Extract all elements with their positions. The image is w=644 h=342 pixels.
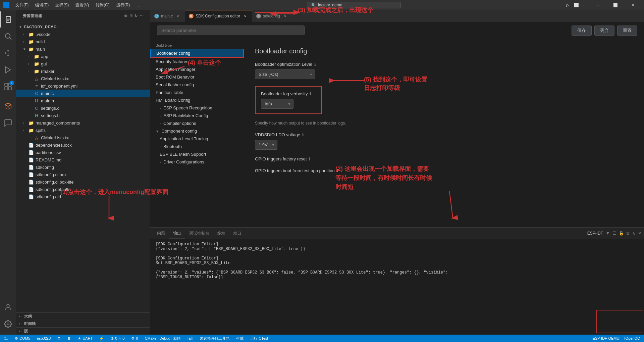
tree-item-deps[interactable]: 📄 dependencies.lock xyxy=(16,141,150,149)
panel-dropdown-icon[interactable]: ▼ xyxy=(606,231,610,236)
activity-explorer[interactable] xyxy=(0,11,16,28)
panel-list-icon[interactable]: ☰ xyxy=(612,231,616,236)
reset-button[interactable]: 重置 xyxy=(617,26,637,36)
title-search-bar[interactable]: 🔍 factory_demo xyxy=(307,2,401,8)
tab-problems[interactable]: 问题 xyxy=(153,228,169,239)
repos-panel[interactable]: › 版 xyxy=(16,327,150,335)
status-all[interactable]: [all] xyxy=(186,336,195,340)
log-select[interactable]: No output Error Warning Info Debug Verbo… xyxy=(261,99,293,109)
nav-esp-speech[interactable]: › ESP Speech Recognition xyxy=(150,104,244,112)
nav-hmi-board[interactable]: HMI Board Config xyxy=(150,96,244,104)
nav-esp-rainmaker[interactable]: › ESP RainMaker Config xyxy=(150,112,244,119)
tree-item-mainh[interactable]: H main.h xyxy=(16,97,150,104)
tree-item-cmakelists-main[interactable]: △ CMakeLists.txt xyxy=(16,75,150,82)
tree-item-vscode[interactable]: › 📁 .vscode xyxy=(16,31,150,38)
sidebar-new-folder-icon[interactable]: ⊞ xyxy=(129,14,133,18)
tab-output[interactable]: 输出 xyxy=(169,228,185,239)
tab-mainc[interactable]: C main.c ✕ xyxy=(150,10,185,22)
activity-extensions[interactable]: 1 xyxy=(0,79,16,95)
toolbar-icon-3[interactable]: ⋯ xyxy=(582,2,588,8)
save-button[interactable]: 保存 xyxy=(572,26,592,36)
toolbar-icon-1[interactable]: ▷ xyxy=(564,2,571,8)
sidebar-refresh-icon[interactable]: ↻ xyxy=(135,14,138,18)
nav-serial-flasher[interactable]: Serial flasher config xyxy=(150,81,244,89)
tree-item-sdkconfig-defaults[interactable]: 📄 sdkconfig.defaults xyxy=(16,186,150,193)
tab-debug-console[interactable]: 调试控制台 xyxy=(185,228,213,239)
panel-close-icon[interactable]: ✕ xyxy=(638,231,641,236)
discard-button[interactable]: 丢弃 xyxy=(594,26,614,36)
menu-more[interactable]: ... xyxy=(133,0,143,10)
tab-ports[interactable]: 端口 xyxy=(229,228,246,239)
tree-item-app[interactable]: › 📁 app xyxy=(16,53,150,60)
tree-item-partitions[interactable]: 📄 partitions.csv xyxy=(16,149,150,156)
activity-account[interactable] xyxy=(0,299,16,315)
tree-item-spiffs[interactable]: › 📁 spiffs xyxy=(16,127,150,134)
tab-terminal[interactable]: 终端 xyxy=(213,228,229,239)
status-no-toolkit[interactable]: 未选择任何工具包 xyxy=(199,336,231,341)
status-esp-idf-qemu[interactable]: [ESP-IDF-QEMU] xyxy=(590,336,622,340)
nav-bootloader-config[interactable]: Bootloader config xyxy=(150,49,244,58)
tab-close-icon[interactable]: ✕ xyxy=(242,13,248,19)
nav-bluetooth[interactable]: › Bluetooth xyxy=(150,143,244,150)
outline-panel[interactable]: › 大纲 xyxy=(16,312,150,320)
status-trash-icon[interactable]: 🗑 xyxy=(66,336,72,340)
nav-partition-table[interactable]: Partition Table xyxy=(150,89,244,96)
tab-close-icon[interactable]: ✕ xyxy=(282,13,288,19)
tree-item-sdkconfig[interactable]: 📄 sdkconfig xyxy=(16,163,150,171)
tree-root[interactable]: ▼ FACTORY_DEMO xyxy=(16,23,150,31)
tab-sdkconfig[interactable]: ≡ sdkconfig ✕ xyxy=(252,10,292,22)
nav-security-features[interactable]: Security features xyxy=(150,58,244,65)
tree-item-readme[interactable]: 📄 README.md xyxy=(16,156,150,163)
log-info-icon[interactable]: ℹ xyxy=(310,92,311,96)
activity-debug[interactable] xyxy=(0,62,16,78)
status-esp32s3[interactable]: esp32s3 xyxy=(36,336,52,340)
status-cmake[interactable]: CMake: [Debug]: 就绪 xyxy=(144,336,182,341)
minimize-button[interactable]: ─ xyxy=(590,0,606,10)
maximize-button[interactable]: ⬜ xyxy=(608,0,623,10)
menu-goto[interactable]: 转到(G) xyxy=(92,0,113,10)
nav-app-level-tracing[interactable]: Application Level Tracing xyxy=(150,135,244,143)
status-errors[interactable]: ⊗ 0 △ 0 xyxy=(109,336,126,341)
status-git-icon[interactable] xyxy=(3,336,9,340)
tree-item-rmaker[interactable]: › 📁 rmaker xyxy=(16,67,150,75)
activity-search[interactable] xyxy=(0,28,16,44)
opt-select[interactable]: Size (-Os) Debug (-Og) Performance (-O2)… xyxy=(255,69,315,79)
menu-file[interactable]: 文件(F) xyxy=(12,0,32,10)
activity-chat[interactable] xyxy=(0,115,16,131)
nav-compiler-options[interactable]: › Compiler options xyxy=(150,119,244,127)
gpio-boot-info-icon[interactable]: ℹ xyxy=(337,168,338,173)
tree-item-gui[interactable]: › 📁 gui xyxy=(16,60,150,67)
status-ctest[interactable]: 运行 CTest xyxy=(249,336,269,341)
status-com5[interactable]: ⚙ COM5 xyxy=(13,336,32,341)
activity-settings[interactable] xyxy=(0,316,16,332)
status-generate[interactable]: 生成 xyxy=(235,336,245,341)
tree-item-sdkconfig-old[interactable]: 📄 sdkconfig.old xyxy=(16,193,150,200)
panel-lock-icon[interactable]: 🔓 xyxy=(619,231,624,236)
tree-item-idf[interactable]: ≡ idf_component.yml xyxy=(16,82,150,90)
nav-esp-ble-mesh[interactable]: ESP BLE Mesh Support xyxy=(150,150,244,158)
vdd-dropdown[interactable]: 1.9V 1.8V ▼ xyxy=(255,140,277,150)
status-info-count[interactable]: ⚙ 0 xyxy=(130,336,139,341)
tree-item-mainc[interactable]: C main.c xyxy=(16,90,150,97)
nav-boot-rom[interactable]: Boot ROM Behavior xyxy=(150,73,244,81)
panel-minimize-icon[interactable]: ∧ xyxy=(632,231,635,236)
activity-git[interactable] xyxy=(0,45,16,61)
panel-copy-icon[interactable]: ⧉ xyxy=(627,231,630,236)
nav-application-manager[interactable]: Application manager xyxy=(150,65,244,73)
tree-item-settingsc[interactable]: C settings.c xyxy=(16,104,150,112)
tree-item-sdkconfig-boxlite[interactable]: 📄 sdkconfig.ci.box-lite xyxy=(16,178,150,186)
tree-item-managed[interactable]: › 📁 managed_components xyxy=(16,119,150,127)
tree-item-build[interactable]: › 📁 build xyxy=(16,38,150,45)
menu-select[interactable]: 选择(S) xyxy=(52,0,72,10)
tree-item-sdkconfig-box[interactable]: 📄 sdkconfig.ci.box xyxy=(16,171,150,178)
opt-dropdown[interactable]: Size (-Os) Debug (-Og) Performance (-O2)… xyxy=(255,69,315,79)
tree-item-settingsh[interactable]: H settings.h xyxy=(16,112,150,119)
vdd-info-icon[interactable]: ℹ xyxy=(302,133,304,137)
menu-run[interactable]: 运行(R) xyxy=(113,0,133,10)
tree-item-main[interactable]: ▼ 📁 main xyxy=(16,45,150,53)
status-config-icon[interactable]: ⚙ xyxy=(56,336,62,341)
activity-idf[interactable] xyxy=(0,98,16,114)
nav-driver-configs[interactable]: › Driver Configurations xyxy=(150,158,244,166)
sdk-search-input[interactable] xyxy=(157,26,305,35)
nav-component-config[interactable]: ▼ Component config xyxy=(150,127,244,135)
